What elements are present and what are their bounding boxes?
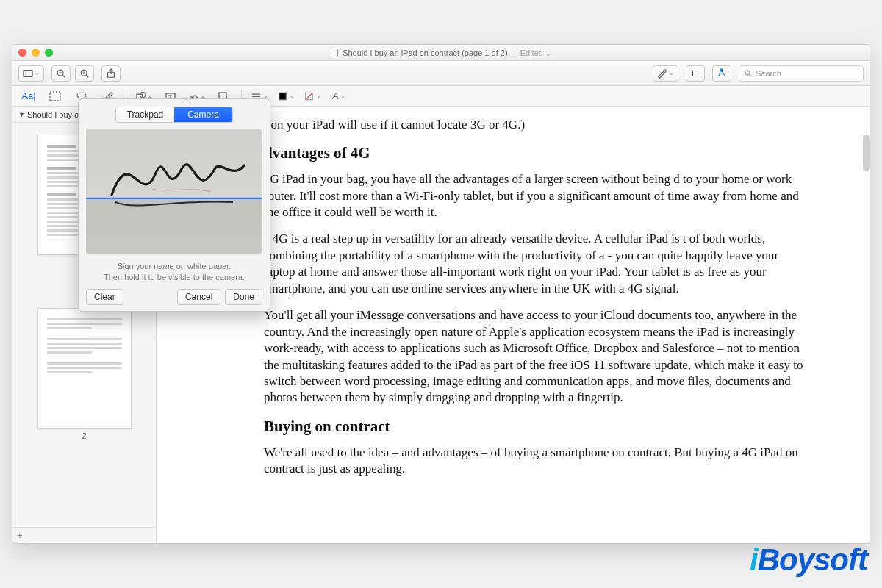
svg-point-17 <box>77 93 86 98</box>
signature-source-segment: Trackpad Camera <box>115 107 233 123</box>
document-page: tion your iPad will use if it cannot loc… <box>193 107 833 517</box>
tab-trackpad[interactable]: Trackpad <box>116 107 174 122</box>
edited-label: — Edited <box>510 49 543 57</box>
rotate-button[interactable] <box>686 65 705 82</box>
highlight-button[interactable] <box>712 65 731 82</box>
clear-button[interactable]: Clear <box>86 289 123 305</box>
zoom-in-button[interactable] <box>75 65 94 82</box>
search-placeholder: Search <box>756 69 781 78</box>
window-title[interactable]: Should I buy an iPad on contract (page 1… <box>12 49 870 57</box>
font-tool[interactable]: A⌄ <box>330 89 348 104</box>
disclosure-triangle-icon: ▼ <box>18 111 25 118</box>
sidebar-footer: + <box>12 527 156 543</box>
watermark-logo: iBoysoft <box>750 542 867 578</box>
heading-buying: Buying on contract <box>264 417 811 437</box>
body-text: 4G iPad in your bag, you have all the ad… <box>264 171 811 220</box>
heading-advantages: dvantages of 4G <box>264 143 811 164</box>
done-button[interactable]: Done <box>225 289 262 305</box>
fill-color-tool[interactable]: ⌄ <box>304 89 321 104</box>
svg-point-13 <box>720 68 723 71</box>
svg-rect-12 <box>693 71 698 76</box>
title-label: Should I buy an iPad on contract (page 1… <box>343 49 507 57</box>
camera-preview <box>86 129 262 254</box>
baseline-guide <box>86 198 262 199</box>
page-number-label: 2 <box>12 431 156 440</box>
text-style-tool[interactable]: Aa| <box>20 89 37 104</box>
title-caret-icon: ⌄ <box>545 50 551 57</box>
search-input[interactable]: Search <box>739 65 864 82</box>
signature-hint: Sign your name on white paper. Then hold… <box>86 261 262 283</box>
selection-tool[interactable] <box>46 89 64 104</box>
add-page-button[interactable]: + <box>17 530 23 541</box>
body-text: You'll get all your iMessage conversatio… <box>264 307 811 406</box>
svg-rect-16 <box>50 92 60 101</box>
signature-stroke-icon <box>86 129 262 254</box>
markup-toggle-button[interactable]: ⌄ <box>653 65 678 82</box>
cancel-button[interactable]: Cancel <box>177 289 220 305</box>
svg-line-6 <box>86 75 88 77</box>
document-icon <box>331 49 338 57</box>
zoom-out-button[interactable] <box>51 65 71 82</box>
toolbar: ⌄ ⌄ Search <box>12 61 870 86</box>
body-text: We're all used to the idea – and advanta… <box>264 445 811 478</box>
body-text: e 4G is a real step up in versatility fo… <box>264 231 811 297</box>
svg-line-15 <box>750 74 752 76</box>
body-text: tion your iPad will use if it cannot loc… <box>264 117 811 133</box>
svg-point-11 <box>664 69 667 72</box>
stroke-color-tool[interactable]: ⌄ <box>277 89 295 104</box>
page-thumbnail-2[interactable] <box>37 308 132 429</box>
scrollbar-thumb[interactable] <box>863 135 870 171</box>
svg-point-19 <box>140 92 146 98</box>
svg-rect-0 <box>24 70 32 76</box>
search-icon <box>744 69 753 78</box>
svg-point-14 <box>745 70 750 74</box>
titlebar: Should I buy an iPad on contract (page 1… <box>12 45 870 61</box>
sidebar-toggle-button[interactable]: ⌄ <box>18 65 44 82</box>
share-button[interactable] <box>101 65 121 82</box>
tab-camera[interactable]: Camera <box>174 107 232 122</box>
svg-line-3 <box>62 75 65 77</box>
signature-popover: Trackpad Camera Sign your name on white … <box>78 98 270 312</box>
svg-rect-26 <box>279 93 286 99</box>
